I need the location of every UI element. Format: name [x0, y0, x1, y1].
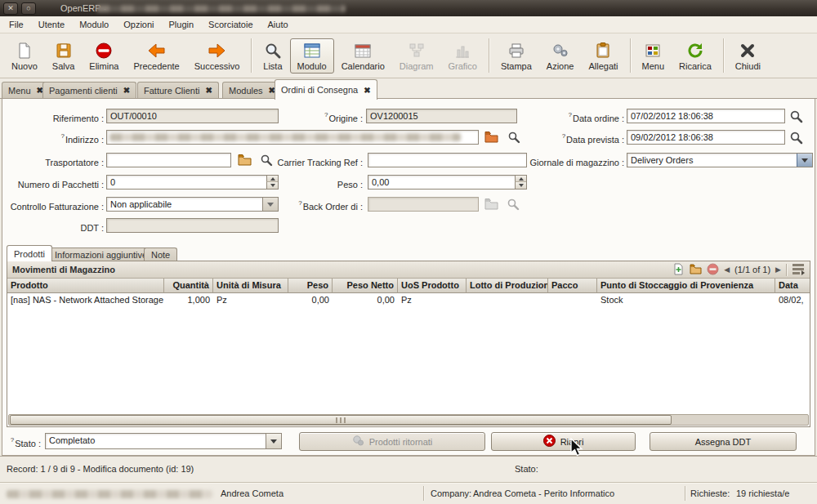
column-header-pacco[interactable]: Pacco: [548, 279, 597, 293]
trasportatore-field[interactable]: [106, 153, 231, 167]
giornale-select[interactable]: Delivery Orders: [627, 153, 813, 167]
menu-file[interactable]: File: [2, 16, 31, 33]
controllo-fatturazione-select[interactable]: Non applicabile: [106, 197, 279, 212]
toolbar-azione-button[interactable]: Azione: [539, 38, 582, 74]
toolbar-separator: [489, 38, 489, 73]
back-order-label: ?Back Order di :: [270, 197, 363, 214]
menu-opzioni[interactable]: Opzioni: [116, 16, 161, 33]
peso-field[interactable]: 0,00: [368, 175, 527, 190]
tab-close-icon[interactable]: ✖: [205, 86, 212, 95]
toolbar-chiudi-button[interactable]: Chiudi: [728, 38, 768, 74]
column-header-punto-stoccaggio[interactable]: Punto di Stoccaggio di Provenienza: [597, 279, 775, 293]
tab-modules[interactable]: Modules ✖: [222, 82, 282, 98]
tab-pagamenti-clienti[interactable]: Pagamenti clienti ✖: [42, 82, 136, 98]
assegna-ddt-button[interactable]: Assegna DDT: [650, 432, 797, 451]
indirizzo-field[interactable]: [106, 130, 479, 145]
tab-close-icon[interactable]: ✖: [123, 86, 130, 95]
column-header-uos-prodotto[interactable]: UoS Prodotto: [398, 279, 467, 293]
toolbar-calendario-button[interactable]: Calendario: [334, 38, 392, 74]
menu-modulo[interactable]: Modulo: [72, 16, 116, 33]
horizontal-scrollbar[interactable]: [8, 414, 809, 426]
notebook-tab-note[interactable]: Note: [144, 248, 177, 261]
table-row[interactable]: [nas] NAS - Network Attached Storage 1,0…: [7, 293, 810, 307]
column-header-unita-di-misura[interactable]: Unità di Misura: [213, 279, 288, 293]
tab-fatture-clienti[interactable]: Fatture Clienti ✖: [137, 82, 219, 98]
column-header-peso-netto[interactable]: Peso Netto: [333, 279, 398, 293]
dropdown-arrow-icon[interactable]: [797, 154, 812, 167]
notebook-tab-label: Informazioni aggiuntive: [55, 250, 147, 260]
stato-select[interactable]: Completato: [45, 433, 282, 449]
toolbar-label: Precedente: [133, 61, 179, 71]
carrier-tracking-field[interactable]: [368, 153, 527, 167]
menu-utente[interactable]: Utente: [31, 16, 72, 33]
stato-status-text: Stato:: [515, 462, 538, 475]
open-row-icon[interactable]: [690, 264, 702, 276]
toolbar-menu-button[interactable]: Menu: [635, 38, 672, 74]
redacted-connection-info: [7, 490, 212, 498]
infobar-divider: [423, 486, 424, 501]
label-text: Origine :: [328, 114, 363, 123]
data-ordine-zoom-icon[interactable]: [789, 109, 803, 125]
menu-aiuto[interactable]: Aiuto: [261, 16, 296, 33]
toolbar-label: Lista: [263, 61, 282, 71]
toolbar-label: Calendario: [342, 61, 385, 71]
redacted-window-title: [96, 5, 346, 12]
notebook-tab-prodotti[interactable]: Prodotti: [7, 245, 52, 261]
toolbar-stampa-button[interactable]: Stampa: [493, 38, 539, 74]
toolbar-elimina-button[interactable]: Elimina: [82, 38, 126, 74]
add-row-icon[interactable]: [672, 263, 685, 277]
riferimento-field[interactable]: OUT/00010: [106, 109, 279, 123]
notebook-tab-informazioni[interactable]: Informazioni aggiuntive: [47, 248, 154, 261]
spin-up-icon[interactable]: [515, 176, 526, 182]
reopen-cancel-icon: [543, 435, 556, 448]
switch-view-icon[interactable]: [792, 262, 805, 277]
data-ordine-field[interactable]: 07/02/2012 18:06:38: [627, 109, 785, 123]
trasportatore-folder-icon[interactable]: [238, 154, 252, 167]
riapri-button[interactable]: Riapri: [491, 432, 636, 451]
toolbar-salva-button[interactable]: Salva: [45, 38, 83, 74]
data-prevista-field[interactable]: 09/02/2012 18:06:38: [627, 130, 785, 145]
column-header-data[interactable]: Data: [775, 279, 810, 293]
menu-scorciatoie[interactable]: Scorciatoie: [201, 16, 260, 33]
origine-field[interactable]: OV1200015: [366, 109, 517, 123]
ddt-field[interactable]: [106, 218, 279, 233]
field-value: 07/02/2012 18:06:38: [631, 111, 713, 121]
column-header-prodotto[interactable]: Prodotto: [7, 279, 164, 293]
dropdown-arrow-icon[interactable]: [266, 434, 281, 448]
menubar: File Utente Modulo Opzioni Plugin Scorci…: [0, 16, 817, 33]
column-header-lotto[interactable]: Lotto di Produzione: [467, 279, 548, 293]
tab-close-icon[interactable]: ✖: [364, 86, 370, 95]
column-header-peso[interactable]: Peso: [288, 279, 333, 293]
toolbar-modulo-button[interactable]: Modulo: [290, 38, 334, 74]
indirizzo-folder-icon[interactable]: [484, 131, 498, 145]
pager-prev-icon[interactable]: ◀: [724, 265, 730, 274]
toolbar-allegati-button[interactable]: Allegati: [581, 38, 625, 74]
toolbar-lista-button[interactable]: Lista: [256, 38, 289, 74]
numero-pacchetti-field[interactable]: 0: [106, 175, 279, 190]
indirizzo-label: ?Indirizzo :: [8, 130, 104, 147]
toolbar-successivo-button[interactable]: Successivo: [187, 38, 248, 74]
tab-ordini-di-consegna[interactable]: Ordini di Consegna ✖: [275, 79, 377, 100]
column-header-quantita[interactable]: Quantità: [164, 279, 213, 293]
toolbar-precedente-button[interactable]: Precedente: [126, 38, 186, 74]
window-close-button[interactable]: ✕: [3, 2, 18, 15]
window-minimize-button[interactable]: ○: [21, 2, 36, 15]
toolbar-ricarica-button[interactable]: Ricarica: [672, 38, 719, 74]
label-text: Back Order di :: [303, 202, 363, 212]
scrollbar-thumb[interactable]: [10, 415, 672, 425]
spin-down-icon[interactable]: [515, 182, 526, 189]
indirizzo-search-icon[interactable]: [507, 131, 520, 145]
menu-plugin[interactable]: Plugin: [162, 16, 202, 33]
ddt-label: DDT :: [8, 218, 104, 235]
label-text: DDT :: [80, 223, 104, 233]
company-label: Company:: [431, 487, 471, 500]
pager-next-icon[interactable]: ▶: [775, 265, 781, 274]
cell-peso: 0,00: [288, 293, 333, 307]
pager-text: (1/1 of 1): [734, 265, 770, 274]
data-prevista-zoom-icon[interactable]: [789, 131, 803, 146]
toolbar-nuovo-button[interactable]: Nuovo: [4, 38, 45, 74]
requests-value[interactable]: 19 richiesta/e: [736, 487, 789, 500]
next-arrow-icon: [207, 42, 226, 60]
toolbar-label: Grafico: [448, 61, 476, 71]
user-name-text: Andrea Cometa: [221, 487, 283, 500]
